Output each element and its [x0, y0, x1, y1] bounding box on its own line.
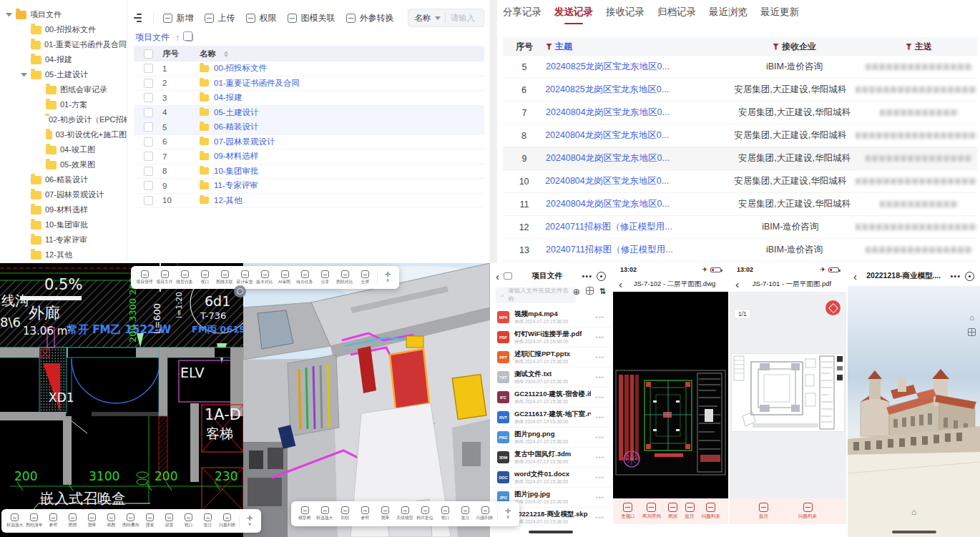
folder-name-link[interactable]: 06-精装设计	[214, 122, 259, 132]
viewer-toolbar-item[interactable]: 版本对比	[255, 270, 274, 285]
row-checkbox[interactable]	[144, 181, 153, 190]
item-more-icon[interactable]: •••	[596, 314, 604, 321]
table-row[interactable]: 3 04-报建	[134, 91, 484, 106]
row-checkbox[interactable]	[144, 93, 153, 102]
record-subject-link[interactable]: 20240804龙岗区宝龙东地区0...	[546, 198, 728, 210]
folder-name-link[interactable]: 11-专家评审	[214, 180, 258, 191]
file-list-item[interactable]: DOC word文件01.docx 周伟 2024-07-19 15:36:00…	[490, 468, 612, 488]
bim-tool-item[interactable]: 构件定位	[416, 506, 434, 521]
tree-item[interactable]: 00-招投标文件	[0, 22, 127, 37]
record-subject-link[interactable]: 20240804龙岗区宝龙东地区0...	[545, 129, 725, 142]
home-icon[interactable]	[504, 272, 512, 280]
caret-down-icon[interactable]	[6, 13, 12, 16]
toolbar-button[interactable]: 上传	[205, 12, 235, 24]
record-subject-link[interactable]: 20240804龙岗区宝龙东地区0...	[546, 107, 728, 119]
dwg-canvas[interactable]	[613, 292, 728, 524]
sort-icon[interactable]	[224, 51, 228, 57]
file-list-item[interactable]: 3DM 复古中国风灯.3dm 周伟 2024-07-19 15:36:00 ••…	[490, 448, 612, 468]
item-more-icon[interactable]: •••	[596, 494, 604, 501]
row-checkbox[interactable]	[144, 167, 153, 176]
file-list-item[interactable]: PPT 述职汇报PPT.pptx 周伟 2024-07-19 15:36:00 …	[490, 348, 612, 368]
table-row[interactable]: 1 00-招投标文件	[134, 61, 484, 77]
viewer-toolbar-item[interactable]: 图模关联	[215, 270, 234, 285]
tab[interactable]: 接收记录	[606, 6, 645, 23]
file-list-item[interactable]: TXT 测试文件.txt 周伟 2024-07-19 15:36:00 •••	[490, 368, 612, 388]
folder-name-link[interactable]: 05-土建设计	[214, 107, 259, 118]
bim-tool-item[interactable]: 参照	[356, 506, 374, 521]
cad-tool-item[interactable]: 问题列表	[218, 513, 236, 528]
tab[interactable]: 最近浏览	[709, 6, 748, 23]
bim-tool-item[interactable]: 批注	[456, 506, 474, 521]
back-icon[interactable]: ‹	[496, 271, 499, 282]
tree-item[interactable]: 07-园林景观设计	[0, 187, 127, 202]
viewer-toolbar-item[interactable]: 分享	[315, 270, 334, 285]
select-all-checkbox[interactable]	[144, 49, 153, 59]
item-more-icon[interactable]: •••	[596, 394, 604, 401]
filter-icon[interactable]	[546, 44, 552, 50]
tree-item[interactable]: 01-方案	[0, 97, 127, 112]
bim-tool-item[interactable]: 关联模型	[396, 506, 414, 521]
cad-tool-item[interactable]: 参照	[44, 513, 62, 528]
item-more-icon[interactable]: •••	[596, 334, 604, 341]
cad-tool-item[interactable]: 设置	[160, 513, 178, 528]
pdf-canvas[interactable]: 1/1	[730, 292, 846, 524]
tab[interactable]: 最近更新	[760, 6, 799, 23]
table-row[interactable]: 5 06-精装设计	[134, 120, 484, 135]
table-row[interactable]: 7 20240804龙岗区宝龙东地区0... 安居集团,大正建设,华阳城科	[503, 102, 977, 124]
item-more-icon[interactable]: •••	[596, 454, 604, 461]
multi-select-icon[interactable]	[586, 287, 594, 295]
viewer-toolbar-item[interactable]: 项目文件	[155, 270, 174, 285]
tree-item[interactable]: 06-精装设计	[0, 172, 127, 187]
more-menu-icon[interactable]: •••	[582, 272, 592, 280]
tab[interactable]: 分享记录	[503, 6, 542, 23]
column-header-name[interactable]: 名称	[200, 49, 216, 59]
dwg-tool-item[interactable]: 主视口	[621, 503, 635, 520]
filter-icon[interactable]	[773, 44, 779, 50]
cad-tool-item[interactable]: 测量	[83, 513, 101, 528]
file-list-item[interactable]: IFC GC211210-建筑-宿舍楼.ifc 周伟 2024-07-19 15…	[490, 388, 612, 408]
tree-item[interactable]: 05-土建设计	[0, 67, 127, 82]
caret-down-icon[interactable]	[21, 73, 27, 77]
table-row[interactable]: 8 10-集团审批	[134, 164, 484, 179]
cad-tool-item[interactable]: 图纸清单	[25, 513, 43, 528]
row-checkbox[interactable]	[144, 64, 153, 73]
more-menu-icon[interactable]: •••	[950, 272, 961, 280]
folder-name-link[interactable]: 00-招投标文件	[214, 63, 267, 74]
record-subject-link[interactable]: 20240804龙岗区宝龙东地区0...	[545, 175, 725, 187]
dwg-tool-item[interactable]: 批注	[685, 503, 695, 520]
file-list-item[interactable]: PNG 图片png.png 周伟 2024-07-19 15:36:00 •••	[490, 428, 612, 448]
tree-item[interactable]: 项目文件	[0, 7, 127, 22]
cad-drawing-view[interactable]: 0.5% 线沟 外廊 8\6 13.06 m² 常开 FM乙 1522-W 6d…	[0, 263, 243, 537]
table-row[interactable]: 5 20240825龙岗区宝龙东地区0... iBIM-造价咨询	[503, 56, 977, 79]
toolbar-button[interactable]: 外参转换	[346, 12, 393, 24]
search-input[interactable]: 请输入	[450, 13, 475, 24]
folder-name-link[interactable]: 07-园林景观设计	[214, 137, 275, 147]
folder-name-link[interactable]: 12-其他	[214, 195, 242, 206]
table-row[interactable]: 7 09-材料选样	[134, 149, 484, 164]
viewer-toolbar-item[interactable]: 全屏	[356, 270, 374, 285]
row-checkbox[interactable]	[144, 152, 153, 161]
column-header-company[interactable]: 接收企业	[782, 41, 816, 53]
toolbar-move-handle[interactable]: ✛∧	[381, 272, 395, 283]
tree-item[interactable]: 01-重要证书函件及合同	[0, 37, 127, 52]
bim-3d-view[interactable]	[243, 263, 490, 537]
item-more-icon[interactable]: •••	[596, 474, 604, 481]
table-row[interactable]: 8 20240804龙岗区宝龙东地区0... 安居集团,大正建设,华阳城科	[503, 124, 977, 147]
tab[interactable]: 归档记录	[657, 6, 696, 23]
table-row[interactable]: 13 20240711招标图（修正模型用... iBIM-造价咨询	[503, 239, 977, 262]
cad-tool-item[interactable]: 视口	[180, 513, 197, 528]
bim-tool-item[interactable]: 模型树	[295, 506, 314, 521]
cad-tool-item[interactable]: 图层	[64, 513, 82, 528]
toolbar-move-handle[interactable]: ✛∨	[501, 508, 515, 520]
row-checkbox[interactable]	[144, 196, 153, 205]
record-subject-link[interactable]: 20240711招标图（修正模型用...	[545, 221, 725, 233]
viewer-toolbar-item[interactable]: 项目管理	[135, 270, 154, 285]
capsule-close-icon[interactable]	[965, 272, 974, 281]
up-level-icon[interactable]: ↑	[175, 33, 180, 43]
file-list-item[interactable]: PDF 钉钉WiFi连接手册.pdf 周伟 2024-07-19 15:36:0…	[490, 327, 612, 348]
bim-tool-item[interactable]: 剖切	[335, 506, 354, 521]
cad-tool-item[interactable]: 搜索	[141, 513, 159, 528]
home-view-icon[interactable]: ⌂	[968, 313, 976, 322]
bim-tool-item[interactable]: 视口	[436, 506, 454, 521]
tree-item[interactable]: 05-效果图	[0, 157, 127, 172]
